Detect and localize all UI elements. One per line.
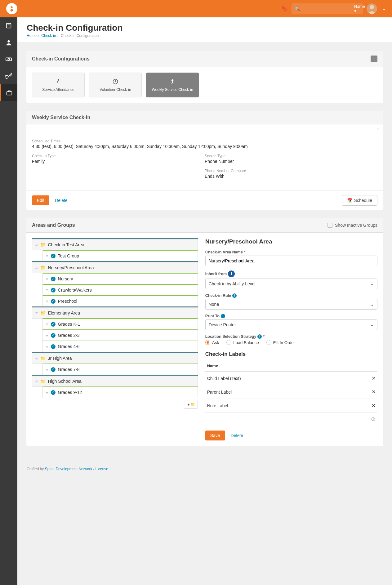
page-header: Check-in Configuration Home› Check-in› C… xyxy=(17,17,392,42)
chevron-down-icon: ⌄ xyxy=(370,302,374,307)
name-dropdown[interactable]: Name ▾ xyxy=(354,4,368,13)
drag-handle-icon[interactable]: ≡ xyxy=(46,344,48,349)
drag-handle-icon[interactable]: ≡ xyxy=(46,390,48,395)
save-button[interactable]: Save xyxy=(205,431,225,440)
lss-radio[interactable]: Fill In Order xyxy=(266,340,295,345)
area-row[interactable]: ≡ 📁 Elementary Area xyxy=(32,307,198,319)
footer-sdn-link[interactable]: Spark Development Network xyxy=(45,467,92,471)
info-icon[interactable]: i xyxy=(232,293,237,298)
drag-handle-icon[interactable]: ≡ xyxy=(35,356,38,361)
remove-label-button[interactable]: ✕ xyxy=(348,372,377,385)
edit-button[interactable]: Edit xyxy=(32,195,49,205)
area-row[interactable]: ≡ 📁 Nursery/Preschool Area xyxy=(32,262,198,273)
group-row[interactable]: ≡ ✓ Grades 4-6 xyxy=(42,341,198,352)
drag-handle-icon[interactable]: ≡ xyxy=(35,379,38,384)
remove-label-button[interactable]: ✕ xyxy=(348,385,377,399)
area-row[interactable]: ≡ 📁 High School Area xyxy=(32,376,198,387)
search-input[interactable] xyxy=(302,7,354,11)
radio-dot-icon xyxy=(266,340,271,345)
inherit-label: Inherit from xyxy=(205,272,227,276)
user-menu-caret[interactable]: ⌄ xyxy=(382,6,386,11)
remove-label-button[interactable]: ✕ xyxy=(348,399,377,413)
svg-point-7 xyxy=(58,79,59,80)
label-name: Child Label (Text) xyxy=(205,372,348,385)
panel-selected-config: Weekly Service Check-in ⌄ Scheduled Time… xyxy=(26,111,383,210)
radio-dot-icon xyxy=(226,340,231,345)
show-inactive-toggle[interactable]: Show Inactive Groups xyxy=(327,223,377,228)
drag-handle-icon[interactable]: ≡ xyxy=(46,367,48,372)
page-title: Check-in Configuration xyxy=(27,23,383,33)
config-card[interactable]: Service Attendance xyxy=(32,73,85,97)
drag-handle-icon[interactable]: ≡ xyxy=(46,322,48,327)
add-area-button[interactable]: ＋📁 xyxy=(184,401,198,409)
group-row[interactable]: ≡ ✓ Crawlers/Walkers xyxy=(42,284,198,296)
checkin-type-value: Family xyxy=(32,159,205,164)
drag-handle-icon[interactable]: ≡ xyxy=(35,243,38,247)
crumb-home[interactable]: Home xyxy=(27,33,37,38)
configs-title: Check-in Configurations xyxy=(32,56,90,62)
folder-icon: 📁 xyxy=(40,265,46,270)
drag-handle-icon[interactable]: ≡ xyxy=(35,266,38,270)
config-card[interactable]: Weekly Service Check-in xyxy=(146,73,199,97)
group-row[interactable]: ≡ ✓ Preschool xyxy=(42,295,198,307)
group-row[interactable]: ≡ ✓ Nursery xyxy=(42,273,198,284)
rule-select[interactable]: None⌄ xyxy=(205,299,377,310)
label-row: Note Label✕ xyxy=(205,399,377,413)
sidebar-item-5[interactable] xyxy=(0,84,17,101)
lss-radio[interactable]: Load Balance xyxy=(226,340,259,345)
folder-icon: 📁 xyxy=(40,242,46,247)
group-row[interactable]: ≡ ✓ Grades 2-3 xyxy=(42,329,198,341)
group-row[interactable]: ≡ ✓ Test Group xyxy=(42,250,198,261)
drag-handle-icon[interactable]: ≡ xyxy=(46,333,48,338)
group-row[interactable]: ≡ ✓ Grades 9-12 xyxy=(42,386,198,398)
drag-handle-icon[interactable]: ≡ xyxy=(35,311,38,315)
info-icon[interactable]: i xyxy=(257,334,262,339)
check-icon: ✓ xyxy=(51,390,56,395)
app-logo[interactable] xyxy=(6,3,17,14)
area-name-input[interactable] xyxy=(205,256,377,266)
check-icon: ✓ xyxy=(51,277,56,281)
sidebar-item-1[interactable] xyxy=(0,17,17,34)
drag-handle-icon[interactable]: ≡ xyxy=(46,288,48,292)
label-row: Child Label (Text)✕ xyxy=(205,372,377,385)
avatar[interactable] xyxy=(367,3,377,14)
group-label: Nursery xyxy=(58,276,73,281)
group-row[interactable]: ≡ ✓ Grades 7-8 xyxy=(42,364,198,375)
check-icon: ✓ xyxy=(51,299,56,304)
sidebar-item-3[interactable] xyxy=(0,51,17,68)
area-row[interactable]: ≡ 📁 Check-in Test Area xyxy=(32,239,198,250)
search-box[interactable]: 🔍 Name ▾ xyxy=(292,3,363,14)
sidebar-item-2[interactable] xyxy=(0,34,17,51)
drag-handle-icon[interactable]: ≡ xyxy=(46,277,48,281)
inherit-select[interactable]: Check in by Ability Level⌄ xyxy=(205,279,377,289)
lss-radio[interactable]: Ask xyxy=(205,340,219,345)
label-row: Parent Label✕ xyxy=(205,385,377,399)
collapse-toggle[interactable]: ⌄ xyxy=(26,124,383,132)
clock-icon xyxy=(112,78,118,86)
bookmark-icon[interactable]: 🔖 xyxy=(281,5,288,12)
info-icon[interactable]: i xyxy=(221,314,225,318)
delete-config-button[interactable]: Delete xyxy=(55,198,67,203)
schedule-button[interactable]: 📅 Schedule xyxy=(342,195,377,206)
drag-handle-icon[interactable]: ≡ xyxy=(46,254,48,258)
add-config-button[interactable]: ＋ xyxy=(371,56,377,62)
check-icon: ✓ xyxy=(51,288,56,292)
phone-compare-value: Ends With xyxy=(205,174,377,179)
drag-handle-icon[interactable]: ≡ xyxy=(46,299,48,304)
config-card-label: Weekly Service Check-in xyxy=(152,87,193,92)
delete-area-button[interactable]: Delete xyxy=(231,433,243,438)
search-type-value: Phone Number xyxy=(205,159,377,164)
footer-license-link[interactable]: License xyxy=(95,467,108,471)
group-label: Test Group xyxy=(58,253,79,258)
sidebar-item-4[interactable] xyxy=(0,68,17,84)
add-label-button[interactable]: ⊕ xyxy=(205,413,377,426)
check-icon: ✓ xyxy=(51,322,56,327)
config-card[interactable]: Volunteer Check-in xyxy=(89,73,142,97)
crumb-current: Check-in Configuration xyxy=(61,33,99,38)
group-row[interactable]: ≡ ✓ Grades K-1 xyxy=(42,318,198,330)
printto-select[interactable]: Device Printer⌄ xyxy=(205,319,377,330)
area-row[interactable]: ≡ 📁 Jr High Area xyxy=(32,353,198,364)
radio-label: Load Balance xyxy=(233,340,259,345)
label-name: Note Label xyxy=(205,399,348,413)
crumb-checkin[interactable]: Check-in xyxy=(41,33,56,38)
